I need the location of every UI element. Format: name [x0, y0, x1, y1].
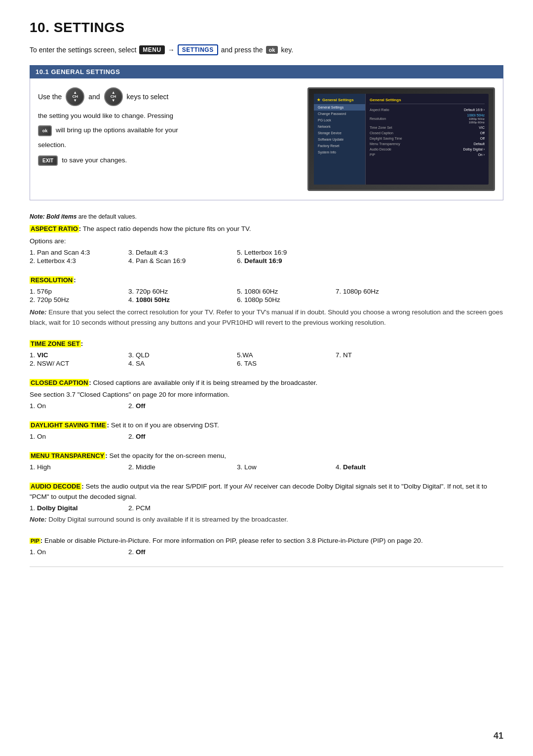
aspect-ratio-text: The aspect ratio depends how the picture…	[83, 225, 251, 232]
arrow-symbol: →	[168, 46, 175, 54]
ad-label: AUDIO DECODE	[30, 483, 81, 490]
aspect-opt-1: 1. Pan and Scan 4:3	[30, 249, 128, 256]
closed-caption-desc: CLOSED CAPTION: Closed captions are avai…	[30, 378, 503, 388]
general-img-col: ★ General Settings General Settings Chan…	[307, 87, 495, 191]
general-text-col: Use the ▲ CH ▼ and ▲ CH ▼ keys to select…	[38, 87, 298, 166]
tv-label-audio: Audio Decode	[370, 148, 391, 151]
timezone-options-grid: 1. VIC 3. QLD 5.WA 7. NT 2. NSW/ ACT 4. …	[30, 351, 503, 367]
tv-val-res-sub1: 1080p 50Hz	[469, 117, 485, 120]
ad-desc: AUDIO DECODE: Sets the audio output via …	[30, 482, 503, 502]
res-opt-6: 6. 1080p 50Hz	[237, 296, 336, 303]
timezone-section: TIME ZONE SET: 1. VIC 3. QLD 5.WA 7. NT …	[30, 339, 503, 367]
section-header-10-1: 10.1 GENERAL SETTINGS	[30, 65, 503, 78]
dst-text: Set it to on if you are observing DST.	[111, 421, 219, 429]
resolution-section: RESOLUTION: 1. 576p 3. 720p 60Hz 5. 1080…	[30, 275, 503, 328]
intro-text-before: To enter the settings screen, select	[30, 46, 136, 54]
tv-label-pip: PIP	[370, 153, 375, 156]
aspect-opt-5: 5. Letterbox 16:9	[237, 249, 336, 256]
res-opt-7: 7. 1080p 60Hz	[336, 288, 434, 295]
tz-opt-6: 6. TAS	[237, 360, 336, 367]
page-number: 41	[494, 731, 503, 741]
ch-up-key: ▲ CH ▼	[66, 87, 84, 106]
tz-opt-3: 3. QLD	[128, 351, 237, 359]
mt-options-grid: 1. High 2. Middle 3. Low 4. Default	[30, 463, 503, 471]
aspect-ratio-desc: ASPECT RATIO: The aspect ratio depends h…	[30, 224, 503, 234]
ad-note-label: Note:	[30, 516, 47, 523]
tv-row-audio: Audio Decode Dolby Digital ›	[370, 147, 485, 152]
tv-sidebar-item-pg: PG Lock	[314, 117, 365, 123]
dst-colon: :	[107, 421, 109, 429]
ad-opt-2: 2. PCM	[128, 504, 227, 512]
res-opt-1: 1. 576p	[30, 288, 128, 295]
resolution-colon: :	[74, 276, 76, 284]
mt-opt-2: 2. Middle	[128, 463, 237, 471]
closed-caption-desc2: See section 3.7 "Closed Captions" on pag…	[30, 390, 503, 400]
tv-content-title: General Settings	[370, 98, 485, 104]
exit-row: EXIT to save your changes.	[38, 155, 298, 166]
aspect-opt-empty	[336, 249, 434, 256]
note-bold-text: are the default values.	[78, 213, 137, 220]
tv-screen-inner: ★ General Settings General Settings Chan…	[314, 94, 489, 185]
pip-desc: PIP: Enable or disable Picture-in-Pictur…	[30, 536, 503, 546]
resolution-label: RESOLUTION	[30, 276, 74, 284]
ch2-arrow-down-icon: ▼	[112, 99, 115, 103]
res-opt-empty	[336, 296, 434, 303]
note-bold-items: Note: Bold items are the default values.	[30, 212, 503, 221]
ad-note-text: Dolby Digital surround sound is only ava…	[48, 516, 288, 523]
tv-content-area: General Settings Aspect Ratio Default 16…	[366, 94, 489, 185]
tv-value-aspect: Default 16:9 ›	[464, 108, 485, 112]
tv-value-caption: Off	[480, 131, 485, 135]
and-text: and	[88, 93, 100, 101]
tv-val-res-main: 1080i 50Hz	[467, 113, 485, 117]
mt-opt-4: 4. Default	[336, 463, 434, 471]
general-settings-inner: Use the ▲ CH ▼ and ▲ CH ▼ keys to select…	[38, 87, 495, 191]
tv-row-aspect: Aspect Ratio Default 16:9 ›	[370, 107, 485, 113]
tv-row-dst: Daylight Saving Time Off	[370, 136, 485, 141]
daylight-saving-section: DAYLIGHT SAVING TIME: Set it to on if yo…	[30, 420, 503, 440]
tv-value-pip: On ›	[478, 153, 485, 156]
bottom-divider	[30, 567, 503, 567]
change-text: the setting you would like to change. Pr…	[38, 111, 298, 121]
pip-options-grid: 1. On 2. Off	[30, 548, 503, 556]
aspect-ratio-options-grid: 1. Pan and Scan 4:3 3. Default 4:3 5. Le…	[30, 249, 503, 265]
mt-label: MENU TRANSPARENCY	[30, 452, 105, 459]
tv-value-resolution: 1080i 50Hz 1080p 50Hz 1080p 60Hz	[467, 113, 485, 124]
tv-sidebar-item-storage: Storage Device	[314, 130, 365, 136]
pip-text: Enable or disable Picture-in-Picture. Fo…	[44, 537, 423, 544]
mt-colon: :	[105, 452, 108, 459]
note-bold-label: Note: Bold items	[30, 213, 76, 220]
tv-value-timezone: VIC	[479, 126, 485, 129]
tv-sidebar-header: ★ General Settings	[314, 96, 365, 104]
closed-caption-label: CLOSED CAPTION	[30, 379, 89, 386]
dst-opt-1: 1. On	[30, 433, 128, 440]
aspect-opt-empty2	[336, 257, 434, 265]
ch-arrow-down-icon: ▼	[73, 99, 77, 103]
aspect-ratio-section: ASPECT RATIO: The aspect ratio depends h…	[30, 224, 503, 265]
resolution-note-text: Ensure that you select the correct resol…	[30, 308, 503, 326]
tv-sidebar-item-sysinfo: System Info	[314, 149, 365, 155]
closed-caption-text: Closed captions are available only if it…	[93, 379, 318, 386]
res-opt-5: 5. 1080i 60Hz	[237, 288, 336, 295]
timezone-label-line: TIME ZONE SET:	[30, 339, 503, 349]
tv-sidebar-item-password: Change Password	[314, 111, 365, 117]
tv-val-res-sub2: 1080p 60Hz	[469, 121, 485, 124]
tz-opt-5: 5.WA	[237, 351, 336, 359]
tv-label-resolution: Resolution	[370, 117, 386, 120]
ad-options-grid: 1. Dolby Digital 2. PCM	[30, 504, 503, 512]
tz-opt-7: 7. NT	[336, 351, 434, 359]
tv-label-caption: Closed Caption	[370, 131, 393, 135]
closed-caption-colon: :	[89, 379, 91, 386]
dst-label: DAYLIGHT SAVING TIME	[30, 421, 107, 429]
tv-row-caption: Closed Caption Off	[370, 130, 485, 136]
aspect-opt-6: 6. Default 16:9	[237, 257, 336, 265]
tv-row-timezone: Time Zone Set VIC	[370, 125, 485, 130]
keys-text: keys to select	[127, 93, 169, 101]
pip-label: PIP	[30, 538, 40, 544]
intro-text-middle: and press the	[221, 46, 263, 54]
mt-opt-1: 1. High	[30, 463, 128, 471]
pip-opt-1: 1. On	[30, 548, 128, 556]
resolution-note: Note: Ensure that you select the correct…	[30, 307, 503, 328]
res-opt-3: 3. 720p 60Hz	[128, 288, 237, 295]
tv-label-aspect: Aspect Ratio	[370, 108, 389, 112]
use-text: Use the	[38, 93, 62, 101]
